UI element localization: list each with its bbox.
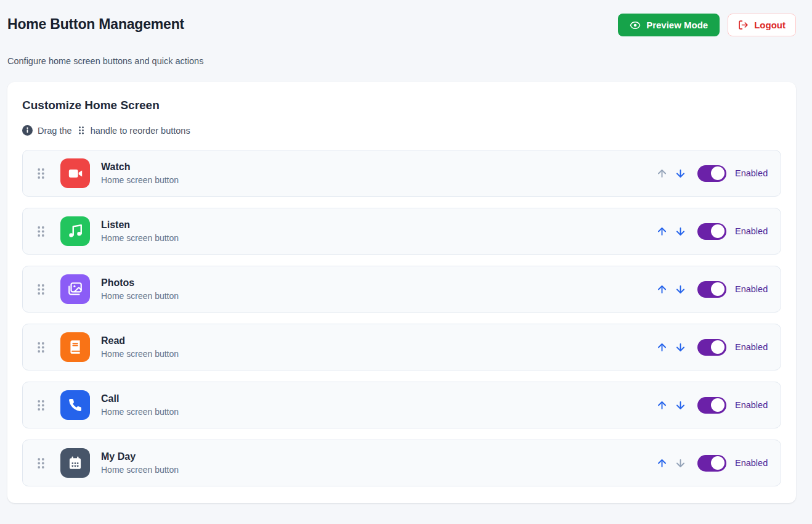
row-actions: Enabled [655,165,768,182]
page-title: Home Button Management [7,16,184,33]
move-down-button[interactable] [673,282,688,297]
status-label: Enabled [735,226,768,236]
move-down-button[interactable] [673,398,688,412]
row-title: Watch [101,162,179,173]
card-title: Customize Home Screen [22,99,781,112]
row-title: Call [101,393,179,404]
calendar-icon [60,448,90,478]
row-description: Home screen button [101,175,179,185]
enable-toggle[interactable] [697,339,726,356]
enable-toggle[interactable] [697,455,726,472]
row-text: Photos Home screen button [101,277,179,301]
enable-toggle[interactable] [697,165,726,182]
toggle-knob [711,456,725,470]
enable-toggle[interactable] [697,281,726,298]
row-actions: Enabled [655,455,768,472]
toggle-knob [711,398,725,412]
row-title: Read [101,335,179,346]
move-up-button[interactable] [655,340,669,354]
row-title: Photos [101,277,179,289]
toggle-knob [711,282,725,296]
button-row-call: Call Home screen button Enabled [22,382,781,428]
drag-handle[interactable] [35,340,47,355]
enable-toggle[interactable] [697,397,726,414]
hint-text-prefix: Drag the [38,126,72,136]
hint-text-suffix: handle to reorder buttons [91,126,190,136]
move-up-button[interactable] [655,282,669,297]
move-up-button[interactable] [655,456,669,470]
video-icon [60,158,90,188]
status-label: Enabled [735,400,768,410]
drag-handle[interactable] [35,166,47,181]
button-rows: Watch Home screen button Enabled [22,150,781,486]
grip-inline-icon [78,126,85,135]
status-label: Enabled [735,342,768,352]
move-down-button[interactable] [673,166,688,181]
info-icon [22,125,33,136]
preview-mode-label: Preview Mode [646,20,708,30]
button-row-watch: Watch Home screen button Enabled [22,150,781,197]
row-description: Home screen button [101,407,179,417]
button-row-my-day: My Day Home screen button Enabled [22,440,781,486]
row-actions: Enabled [655,223,768,240]
move-down-button[interactable] [673,224,688,239]
row-actions: Enabled [655,339,768,356]
drag-handle[interactable] [35,398,47,413]
drag-handle[interactable] [35,456,47,471]
book-icon [60,332,90,362]
move-down-button[interactable] [673,340,688,354]
logout-button[interactable]: Logout [728,14,796,36]
row-text: My Day Home screen button [101,451,179,475]
status-label: Enabled [735,284,768,294]
logout-label: Logout [754,20,786,30]
move-up-button[interactable] [655,224,669,239]
toggle-knob [711,166,725,180]
drag-handle[interactable] [35,224,47,239]
move-up-button[interactable] [655,166,669,181]
page: Home Button Management Preview Mode [0,0,812,503]
music-icon [60,216,90,246]
drag-handle[interactable] [35,282,47,297]
button-row-photos: Photos Home screen button Enabled [22,266,781,313]
toggle-knob [711,340,725,354]
move-up-button[interactable] [655,398,669,412]
header-actions: Preview Mode Logout [618,14,796,36]
row-description: Home screen button [101,465,179,475]
eye-icon [630,20,641,31]
header: Home Button Management Preview Mode [7,14,796,36]
row-actions: Enabled [655,281,768,298]
images-icon [60,274,90,304]
row-actions: Enabled [655,397,768,414]
customize-card: Customize Home Screen Drag the [7,82,796,503]
preview-mode-button[interactable]: Preview Mode [618,14,720,36]
phone-icon [60,390,90,420]
button-row-read: Read Home screen button Enabled [22,324,781,370]
row-title: Listen [101,219,179,231]
row-text: Watch Home screen button [101,162,179,185]
row-title: My Day [101,451,179,462]
row-description: Home screen button [101,291,179,301]
button-row-listen: Listen Home screen button Enabled [22,208,781,255]
status-label: Enabled [735,458,768,468]
status-label: Enabled [735,168,768,178]
row-text: Listen Home screen button [101,219,179,243]
move-down-button[interactable] [673,456,688,470]
page-subtitle: Configure home screen buttons and quick … [7,56,796,66]
row-description: Home screen button [101,233,179,243]
enable-toggle[interactable] [697,223,726,240]
logout-icon [738,20,749,30]
row-text: Read Home screen button [101,335,179,359]
reorder-hint: Drag the handle to reorder buttons [22,125,781,136]
row-text: Call Home screen button [101,393,179,417]
row-description: Home screen button [101,349,179,359]
toggle-knob [711,224,725,238]
